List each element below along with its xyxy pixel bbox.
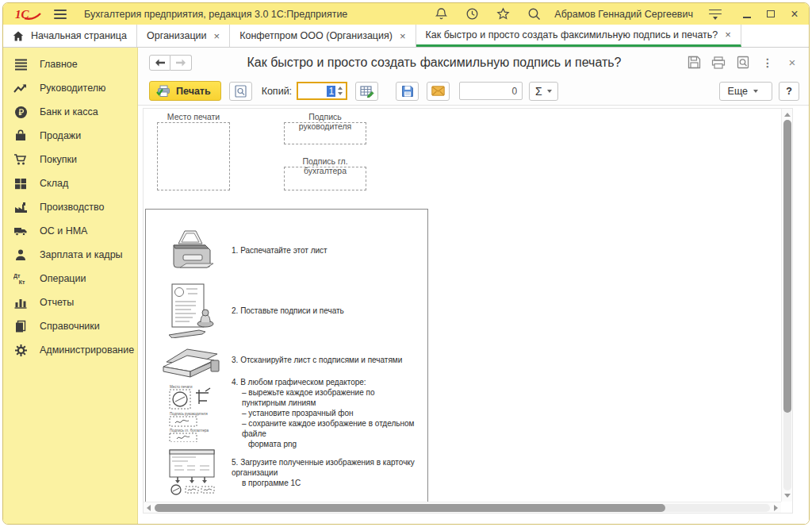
1c-logo: 1С (14, 6, 43, 22)
tab-close-icon[interactable]: × (725, 29, 731, 40)
tab-close-icon[interactable]: × (214, 31, 220, 41)
sidebar-item-manager[interactable]: Руководителю (3, 76, 137, 100)
sidebar-item-administration[interactable]: Администрирование (3, 338, 137, 362)
window-title: Бухгалтерия предприятия, редакция 3.0 1С… (84, 9, 347, 20)
preview-icon[interactable] (736, 56, 750, 70)
notifications-bell-icon[interactable] (435, 7, 448, 21)
copies-spinner[interactable] (335, 83, 344, 98)
back-button[interactable] (149, 55, 170, 71)
print-button[interactable]: Печать (149, 81, 221, 101)
save-icon[interactable] (687, 56, 701, 70)
head-signature-box (284, 122, 366, 144)
more-button-label: Еще (728, 86, 748, 97)
person-icon (13, 248, 28, 262)
svg-text:Дт: Дт (13, 273, 21, 279)
sum-field[interactable] (459, 82, 523, 100)
sign-stamp-illustration (166, 283, 218, 338)
copies-value: 1 (327, 86, 335, 97)
minimize-button[interactable] (741, 8, 753, 21)
scroll-left-icon[interactable] (147, 505, 151, 511)
trend-arrow-icon (13, 81, 28, 95)
book-icon (13, 319, 28, 333)
step-2: 2. Поставьте подписи и печать (155, 281, 419, 340)
step-3: 3. Отсканируйте лист с подписями и печат… (155, 340, 419, 379)
tab-facsimile-help[interactable]: Как быстро и просто создать факсимильную… (416, 25, 741, 47)
app-window: 1С Бухгалтерия предприятия, редакция 3.0… (2, 2, 810, 525)
gear-icon (13, 343, 28, 357)
sidebar-item-bank-cash[interactable]: Банк и касса (3, 100, 137, 124)
search-icon[interactable] (527, 7, 541, 21)
horizontal-scroll-thumb[interactable] (155, 504, 665, 512)
printer-check-icon (156, 85, 170, 98)
save-file-button[interactable] (396, 82, 419, 101)
horizontal-scroll-track[interactable] (155, 504, 770, 512)
sigma-label: Σ (535, 85, 542, 98)
sidebar-item-production[interactable]: Производство (3, 195, 137, 219)
tab-konfetprom[interactable]: Конфетпром ООО (Организация) × (230, 25, 416, 47)
svg-text:Кт: Кт (19, 279, 25, 286)
scanner-illustration (162, 341, 222, 378)
svg-text:Подпись гл. бухгалтера: Подпись гл. бухгалтера (170, 429, 209, 433)
help-button[interactable]: ? (779, 82, 799, 101)
more-dots-icon[interactable]: ⋮ (760, 56, 775, 70)
print-settings-button[interactable] (355, 82, 378, 101)
sidebar-item-fixed-assets[interactable]: ОС и НМА (3, 219, 137, 243)
close-form-icon[interactable]: × (785, 56, 799, 70)
copies-input[interactable]: 1 (297, 82, 347, 100)
sidebar-item-directories[interactable]: Справочники (3, 314, 137, 338)
maximize-button[interactable] (764, 8, 777, 21)
favorites-star-icon[interactable] (496, 7, 510, 21)
bar-chart-icon (13, 295, 28, 310)
history-icon[interactable] (465, 7, 479, 21)
caret-down-icon (753, 90, 758, 93)
more-button[interactable]: Еще (719, 82, 772, 101)
close-window-button[interactable]: × (788, 8, 801, 21)
scroll-up-icon[interactable] (784, 113, 791, 117)
vertical-scroll-track[interactable] (783, 120, 791, 490)
sidebar-item-sales[interactable]: Продажи (3, 124, 137, 148)
vertical-scroll-thumb[interactable] (783, 120, 791, 413)
preview-button[interactable] (229, 82, 252, 101)
stamp-place-box (157, 122, 230, 190)
debit-credit-icon: ДтКт (13, 271, 28, 286)
content-pane: Как быстро и просто создать факсимильную… (138, 48, 809, 524)
tab-home[interactable]: Начальная страница (3, 25, 137, 47)
sidebar-item-purchases[interactable]: Покупки (3, 148, 137, 171)
main-menu-icon[interactable] (54, 10, 67, 19)
page-title: Как быстро и просто создать факсимильную… (192, 56, 676, 70)
tab-organizations[interactable]: Организации × (137, 25, 230, 47)
printer-illustration (167, 228, 216, 272)
spinner-down-icon[interactable] (338, 92, 343, 95)
factory-icon (13, 200, 28, 214)
accountant-signature-box (284, 167, 366, 190)
sidebar-item-payroll-hr[interactable]: Зарплата и кадры (3, 243, 137, 267)
scroll-down-icon[interactable] (784, 494, 791, 498)
print-icon[interactable] (711, 56, 726, 70)
tab-label: Как быстро и просто создать факсимильную… (426, 29, 718, 40)
copies-label: Копий: (262, 86, 292, 97)
section-sidebar: Главное Руководителю Банк и касса Продаж… (3, 48, 138, 524)
svg-text:Место печати: Место печати (170, 385, 193, 389)
content-header: Как быстро и просто создать факсимильную… (138, 48, 809, 77)
forward-button[interactable] (170, 55, 192, 71)
spinner-up-icon[interactable] (338, 87, 343, 90)
scroll-right-icon[interactable] (774, 505, 778, 511)
truck-icon (13, 224, 28, 238)
blocks-grid-icon (13, 176, 28, 190)
service-menu-icon[interactable] (709, 9, 722, 20)
form-toolbar: Печать Копий: 1 (138, 77, 809, 105)
sidebar-item-reports[interactable]: Отчеты (3, 290, 137, 314)
sidebar-item-operations[interactable]: ДтКт Операции (3, 267, 137, 290)
sidebar-item-warehouse[interactable]: Склад (3, 171, 137, 195)
bag-icon (13, 129, 28, 143)
tab-label: Организации (147, 30, 207, 41)
sidebar-item-main[interactable]: Главное (3, 52, 137, 76)
tab-label: Начальная страница (31, 30, 127, 41)
tab-close-icon[interactable]: × (400, 31, 406, 41)
horizontal-scrollbar[interactable] (144, 502, 781, 513)
vertical-scrollbar[interactable] (781, 109, 792, 502)
autosum-button[interactable]: Σ (529, 82, 558, 101)
home-icon (13, 31, 24, 41)
send-email-button[interactable] (427, 82, 450, 101)
caret-down-icon (547, 90, 552, 93)
